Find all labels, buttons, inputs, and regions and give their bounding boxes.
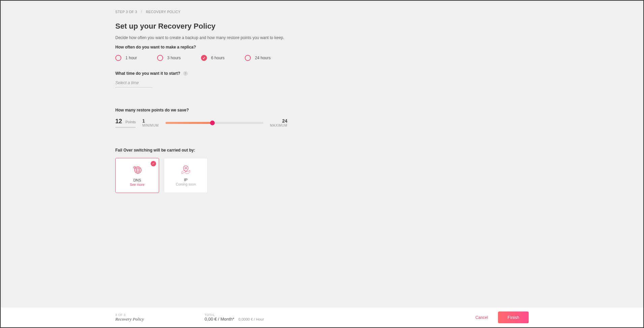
radio-label: 3 hours (167, 56, 181, 60)
failover-card-dns[interactable]: ✓ DNS See more (115, 158, 159, 193)
radio-label: 6 hours (211, 56, 225, 60)
slider-max-label: MAXIMUM (270, 124, 288, 127)
slider-fill (166, 122, 212, 124)
main-area: STEP 3 OF 3 / RECOVERY POLICY Set up you… (1, 1, 643, 307)
slider-max-value: 24 (282, 118, 288, 124)
breadcrumb: STEP 3 OF 3 / RECOVERY POLICY (115, 10, 392, 14)
footer-price-hour: 0,0000 € / Hour (238, 317, 264, 321)
radio-icon (157, 55, 163, 61)
radio-label: 1 hour (125, 56, 137, 60)
restore-points-section: How many restore points do we save? 12 P… (115, 108, 392, 128)
points-unit: Points (125, 120, 136, 124)
help-icon[interactable]: ? (183, 71, 188, 76)
slider-max: 24 MAXIMUM (270, 118, 288, 127)
radio-icon (245, 55, 251, 61)
card-title: DNS (133, 178, 141, 182)
frequency-option-1hour[interactable]: 1 hour (115, 55, 137, 61)
page-description: Decide how often you want to create a ba… (115, 35, 392, 40)
globe-icon (133, 165, 142, 175)
cancel-button[interactable]: Cancel (475, 315, 488, 320)
card-subtext: Coming soon (176, 183, 196, 186)
failover-card-row: ✓ DNS See more (115, 158, 392, 193)
time-select[interactable]: Select a time (115, 80, 152, 88)
breadcrumb-separator: / (141, 10, 142, 14)
breadcrumb-step: STEP 3 OF 3 (115, 10, 137, 14)
points-value-box: 12 Points (115, 118, 136, 128)
frequency-option-24hours[interactable]: 24 hours (245, 55, 271, 61)
restore-points-label: How many restore points do we save? (115, 108, 392, 112)
footer-step-label: 3 OF 3 (115, 313, 144, 317)
footer-step-title: Recovery Policy (115, 317, 144, 322)
svg-point-7 (185, 167, 187, 169)
content: STEP 3 OF 3 / RECOVERY POLICY Set up you… (115, 1, 392, 193)
footer-total-label: TOTAL (205, 313, 264, 317)
footer-price-month: 0,00 € / Month* (205, 317, 234, 322)
footer-total: TOTAL 0,00 € / Month* 0,0000 € / Hour (205, 313, 264, 322)
slider-min: 1 MINIMUM (142, 118, 159, 127)
slider-min-label: MINIMUM (142, 124, 159, 127)
failover-label: Fail Over switching will be carried out … (115, 148, 392, 153)
card-title: IP (184, 178, 187, 182)
check-icon: ✓ (151, 161, 156, 166)
radio-icon (115, 55, 121, 61)
start-time-label-row: What time do you want it to start? ? (115, 71, 392, 76)
points-value: 12 (115, 118, 122, 125)
map-pin-icon (181, 165, 191, 175)
frequency-label: How often do you want to make a replica? (115, 45, 392, 50)
footer-step-info: 3 OF 3 Recovery Policy (115, 313, 144, 322)
footer-actions: Cancel Finish (475, 311, 529, 323)
card-sublink[interactable]: See more (130, 183, 144, 187)
footer-price-row: 0,00 € / Month* 0,0000 € / Hour (205, 317, 264, 322)
finish-button[interactable]: Finish (498, 311, 529, 323)
frequency-option-3hours[interactable]: 3 hours (157, 55, 181, 61)
frequency-radio-group: 1 hour 3 hours 6 hours 24 hours (115, 55, 392, 61)
frequency-option-6hours[interactable]: 6 hours (201, 55, 225, 61)
failover-section: Fail Over switching will be carried out … (115, 148, 392, 193)
radio-icon-selected (201, 55, 207, 61)
radio-label: 24 hours (255, 56, 271, 60)
slider-row: 12 Points 1 MINIMUM 24 MAXIMUM (115, 118, 392, 128)
start-time-section: What time do you want it to start? ? Sel… (115, 71, 392, 88)
start-time-label: What time do you want it to start? (115, 71, 180, 76)
footer-bar: 3 OF 3 Recovery Policy TOTAL 0,00 € / Mo… (1, 307, 643, 327)
failover-card-ip[interactable]: IP Coming soon (164, 158, 208, 193)
svg-point-6 (134, 167, 135, 168)
page-title: Set up your Recovery Policy (115, 22, 392, 31)
slider-thumb[interactable] (210, 121, 215, 125)
slider-min-value: 1 (142, 118, 145, 124)
restore-points-slider[interactable] (166, 122, 263, 124)
breadcrumb-current: RECOVERY POLICY (146, 10, 181, 14)
